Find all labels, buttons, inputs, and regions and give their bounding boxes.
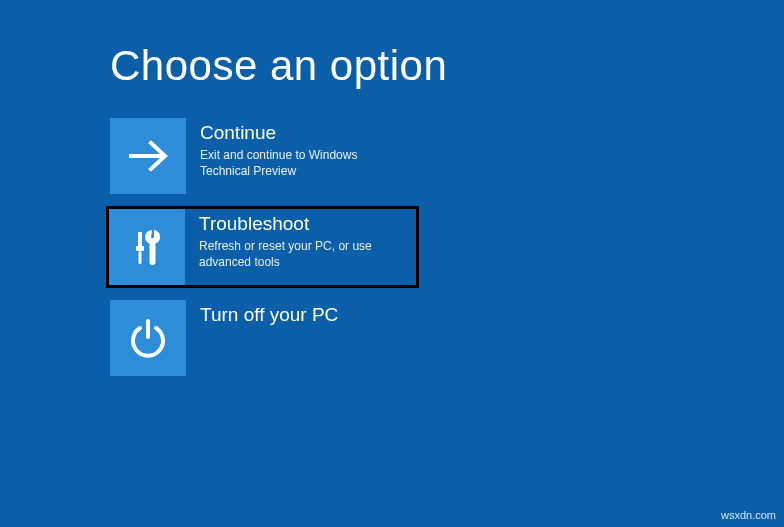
option-desc: Refresh or reset your PC, or use advance… <box>199 238 410 270</box>
option-continue[interactable]: Continue Exit and continue to Windows Te… <box>110 118 415 194</box>
svg-rect-2 <box>136 246 144 251</box>
option-text: Continue Exit and continue to Windows Te… <box>186 118 415 179</box>
option-troubleshoot[interactable]: Troubleshoot Refresh or reset your PC, o… <box>108 208 417 286</box>
option-text: Turn off your PC <box>186 300 344 329</box>
watermark: wsxdn.com <box>721 509 776 521</box>
option-desc: Exit and continue to Windows Technical P… <box>200 147 409 179</box>
option-title: Turn off your PC <box>200 304 338 326</box>
option-text: Troubleshoot Refresh or reset your PC, o… <box>185 209 416 270</box>
page-title: Choose an option <box>0 0 784 118</box>
options-list: Continue Exit and continue to Windows Te… <box>0 118 784 376</box>
option-title: Troubleshoot <box>199 213 410 235</box>
option-turn-off[interactable]: Turn off your PC <box>110 300 415 376</box>
arrow-right-icon <box>110 118 186 194</box>
svg-rect-3 <box>139 251 142 264</box>
option-title: Continue <box>200 122 409 144</box>
tools-icon <box>109 209 185 285</box>
power-icon <box>110 300 186 376</box>
svg-rect-1 <box>138 232 142 246</box>
